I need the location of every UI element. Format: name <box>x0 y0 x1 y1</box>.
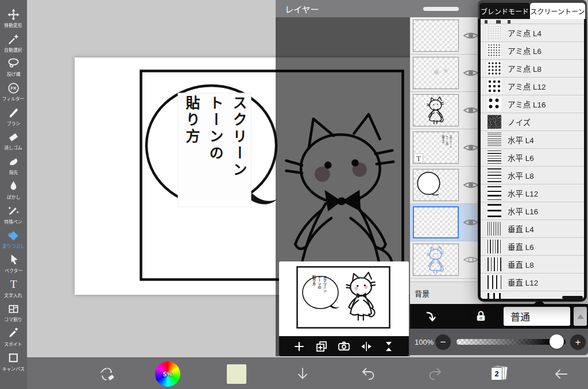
speech-bubble-text: スクリーン トーンの 貼り方 <box>178 95 250 206</box>
bubble-thumbnail-art <box>413 170 458 201</box>
tool-vector[interactable]: ベクター <box>0 253 27 278</box>
v-l16-swatch <box>488 293 501 299</box>
layer-row-1[interactable] <box>410 17 482 55</box>
h-l8-swatch <box>488 168 501 182</box>
clipping-button[interactable] <box>419 309 442 324</box>
tool-eraser[interactable]: 消しゴム <box>0 130 27 155</box>
tool-finger[interactable]: 指先 <box>0 155 27 179</box>
color-wheel-button[interactable]: 5% <box>155 358 180 389</box>
v-l4-swatch <box>488 222 501 236</box>
finger-icon <box>7 155 20 168</box>
tone-item-dots-l16[interactable]: アミ点 L16 <box>481 95 584 113</box>
layers-panel-titlebar: レイヤー <box>276 0 483 17</box>
tool-filter[interactable]: FXフィルター <box>0 81 27 106</box>
layer-thumbnail[interactable] <box>413 206 459 238</box>
layer-thumbnail[interactable] <box>413 169 459 201</box>
tool-eyedropper[interactable]: スポイト <box>0 326 27 351</box>
tool-label: 自動選択 <box>5 46 22 52</box>
bucket-icon <box>7 228 20 242</box>
background-layer-section[interactable]: 背景 <box>410 282 482 304</box>
canvas-pages-button[interactable]: 2 <box>488 358 510 389</box>
undo-button[interactable] <box>357 358 380 389</box>
blend-mode-select[interactable]: 普通 <box>504 307 570 326</box>
tab-screen-tone[interactable]: スクリーントーン <box>530 3 585 19</box>
layer-thumbnail[interactable] <box>413 94 459 126</box>
v-l12-swatch <box>488 275 501 289</box>
tool-move[interactable]: 移動変形 <box>0 7 27 32</box>
alpha-lock-button[interactable]: α <box>469 309 492 323</box>
tone-item-v-l4[interactable]: 垂直 L4 <box>481 220 584 238</box>
flip-horizontal-button[interactable] <box>358 338 375 355</box>
add-layer-button[interactable] <box>291 338 308 355</box>
tool-label: 文字入れ <box>5 291 22 298</box>
tool-label: キャンバス <box>2 365 25 371</box>
tool-fill[interactable]: 塗りつぶし <box>0 228 27 253</box>
move-icon <box>7 7 20 21</box>
layer-row-7[interactable] <box>410 241 482 279</box>
v-l8-swatch <box>488 257 501 271</box>
panel-drag-handle[interactable] <box>423 7 459 11</box>
layer-thumbnail[interactable]: スクリーン トーンの 貼り方T <box>413 132 459 164</box>
tone-item-dots-l4[interactable]: アミ点 L4 <box>481 24 584 42</box>
opacity-slider-knob[interactable] <box>550 334 564 349</box>
text-layer-badge: T <box>414 153 423 163</box>
tool-lasso[interactable]: 投げ縄 <box>0 56 27 81</box>
tool-brush[interactable]: ブラシ <box>0 106 27 130</box>
tone-item-dots-l6[interactable]: アミ点 L6 <box>481 42 584 60</box>
tone-item-v-l8[interactable]: 垂直 L8 <box>481 256 584 274</box>
tool-canvas[interactable]: キャンバス <box>0 351 27 376</box>
layer-row-4[interactable]: スクリーン トーンの 貼り方T <box>410 129 482 167</box>
tone-list: アミ点 L4アミ点 L6アミ点 L8アミ点 L12アミ点 L16ノイズ水平 L4… <box>478 19 587 302</box>
tool-label: 移動変形 <box>5 21 22 28</box>
opacity-plus-button[interactable]: + <box>570 334 586 350</box>
layers-panel-title: レイヤー <box>285 3 319 15</box>
app-bottom-bar: 5% 2 <box>27 357 588 389</box>
tool-frame-split[interactable]: コマ割り <box>0 302 27 326</box>
tone-item-noise[interactable]: ノイズ <box>481 113 584 131</box>
tone-item-h-l16[interactable]: 水平 L16 <box>481 202 584 220</box>
layer-row-3[interactable] <box>410 92 482 129</box>
layer-row-5[interactable] <box>410 167 482 204</box>
layer-row-6[interactable] <box>410 204 482 241</box>
fx-icon: FX <box>7 81 20 95</box>
dropper-icon <box>7 326 20 340</box>
tone-item-h-l8[interactable]: 水平 L8 <box>481 167 584 184</box>
tool-text[interactable]: T文字入れ <box>0 278 27 302</box>
layer-thumbnail[interactable] <box>413 57 459 89</box>
redo-button[interactable] <box>423 358 446 389</box>
blend-mode-up-button[interactable] <box>574 307 587 326</box>
tool-special-pen[interactable]: 特殊ペン <box>0 204 27 229</box>
camera-import-button[interactable] <box>335 338 353 355</box>
flip-vertical-button[interactable] <box>380 338 397 355</box>
wand-icon <box>7 32 20 46</box>
up-triangle-icon <box>577 314 584 319</box>
color-wheel-icon: 5% <box>155 361 180 387</box>
duplicate-layer-button[interactable] <box>313 338 330 355</box>
speech-bubble-tail <box>247 194 277 205</box>
color-wheel-label: 5% <box>163 371 172 378</box>
tone-item-h-l4[interactable]: 水平 L4 <box>481 131 584 149</box>
back-button[interactable] <box>550 358 572 389</box>
tone-item-h-l6[interactable]: 水平 L6 <box>481 149 584 167</box>
tool-label: 指先 <box>9 169 18 175</box>
tab-blend-mode[interactable]: ブレンドモード <box>479 3 530 19</box>
left-toolbar: 移動変形自動選択投げ縄FXフィルターブラシ消しゴム指先ぼかし特殊ペン塗りつぶしベ… <box>0 0 27 389</box>
tool-label: 特殊ペン <box>5 218 22 224</box>
tone-item-dots-l12[interactable]: アミ点 L12 <box>481 78 584 95</box>
layer-thumbnail[interactable] <box>413 244 459 276</box>
tone-item-h-l12[interactable]: 水平 L12 <box>481 184 584 202</box>
app-window: スクリーン トーンの 貼り方 レイヤー スクリーン トーンの 貼り方T 背景 ス… <box>0 0 588 389</box>
layer-thumbnail[interactable] <box>413 20 459 52</box>
tone-item-dots-l8[interactable]: アミ点 L8 <box>481 60 584 78</box>
opacity-slider[interactable] <box>457 339 566 345</box>
layer-row-2[interactable] <box>410 55 482 92</box>
swap-brush-eraser-button[interactable] <box>94 358 119 389</box>
opacity-minus-button[interactable]: − <box>435 334 451 350</box>
tone-item-v-l12[interactable]: 垂直 L12 <box>481 274 584 291</box>
square-icon <box>7 351 20 365</box>
tool-auto-select[interactable]: 自動選択 <box>0 32 27 57</box>
color-swatch-button[interactable] <box>227 358 246 389</box>
down-arrow-button[interactable] <box>291 358 314 389</box>
tool-blur[interactable]: ぼかし <box>0 179 27 204</box>
tone-item-v-l6[interactable]: 垂直 L6 <box>481 238 584 256</box>
